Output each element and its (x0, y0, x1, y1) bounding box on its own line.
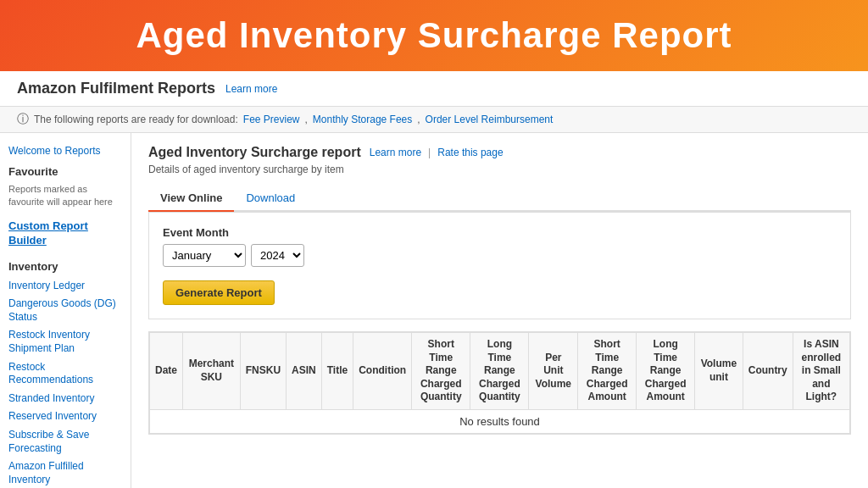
event-month-section: Event Month January February March April… (163, 226, 837, 267)
tabs: View Online Download (148, 186, 851, 212)
event-month-selects: January February March April May June Ju… (163, 244, 837, 267)
order-level-link[interactable]: Order Level Reimbursement (426, 114, 554, 125)
separator: | (428, 147, 431, 158)
main-layout: Welcome to Reports Favourite Reports mar… (0, 133, 868, 488)
sidebar-item-subscribe-save[interactable]: Subscribe & Save Forecasting (8, 429, 122, 455)
report-subtitle: Details of aged inventory surcharge by i… (148, 164, 851, 175)
generate-report-button[interactable]: Generate Report (163, 280, 275, 305)
col-asin-small-light: Is ASIN enrolled in Small and Light? (793, 333, 849, 410)
notification-bar: ⓘ The following reports are ready for do… (0, 107, 868, 133)
sidebar-nav: Inventory Ledger Dangerous Goods (DG) St… (8, 280, 122, 487)
col-volume-unit: Volume unit (695, 333, 743, 410)
sidebar-item-restock-shipment[interactable]: Restock Inventory Shipment Plan (8, 329, 122, 355)
report-title: Aged Inventory Surcharge report (148, 145, 361, 160)
no-results-row: No results found (150, 409, 850, 433)
page-title: Aged Inventory Surcharge Report (17, 15, 851, 56)
sidebar-item-stranded[interactable]: Stranded Inventory (8, 392, 122, 406)
fee-preview-link[interactable]: Fee Preview (243, 114, 300, 125)
col-fnsku: FNSKU (240, 333, 286, 410)
data-table: Date Merchant SKU FNSKU ASIN Title Condi… (149, 332, 850, 434)
sidebar-item-inventory-ledger[interactable]: Inventory Ledger (8, 280, 122, 293)
table-section: Date Merchant SKU FNSKU ASIN Title Condi… (148, 331, 851, 435)
app-title: Amazon Fulfilment Reports (17, 80, 215, 97)
col-merchant-sku: Merchant SKU (183, 333, 241, 410)
col-condition: Condition (353, 333, 412, 410)
month-select[interactable]: January February March April May June Ju… (163, 244, 246, 267)
col-title: Title (321, 333, 353, 410)
sidebar-welcome-link[interactable]: Welcome to Reports (8, 145, 122, 157)
col-short-time-charged-qty: Short Time Range Charged Quantity (412, 333, 470, 410)
monthly-storage-link[interactable]: Monthly Storage Fees (313, 114, 412, 125)
content-area: Aged Inventory Surcharge report Learn mo… (131, 133, 868, 488)
topbar-learn-more-link[interactable]: Learn more (225, 83, 277, 95)
header-banner: Aged Inventory Surcharge Report (0, 0, 868, 71)
sidebar-item-dangerous-goods[interactable]: Dangerous Goods (DG) Status (8, 297, 122, 324)
event-month-label: Event Month (163, 226, 837, 239)
report-header: Aged Inventory Surcharge report Learn mo… (148, 145, 851, 160)
table-header-row: Date Merchant SKU FNSKU ASIN Title Condi… (150, 333, 850, 410)
col-long-time-charged-qty: Long Time Range Charged Quantity (470, 333, 529, 410)
no-results-text: No results found (150, 409, 850, 433)
tab-download[interactable]: Download (234, 186, 307, 210)
info-icon: ⓘ (17, 112, 29, 127)
rate-page-link[interactable]: Rate this page (437, 147, 503, 158)
col-date: Date (150, 333, 183, 410)
top-bar: Amazon Fulfilment Reports Learn more (0, 71, 868, 107)
report-header-links: Learn more | Rate this page (370, 147, 504, 158)
col-long-time-charged-amt: Long Time Range Charged Amount (637, 333, 695, 410)
sidebar-item-reserved[interactable]: Reserved Inventory (8, 410, 122, 424)
report-panel: Event Month January February March April… (148, 212, 851, 319)
col-asin: ASIN (287, 333, 322, 410)
sidebar-custom-report-link[interactable]: Custom Report Builder (8, 219, 122, 248)
sidebar-item-amazon-fulfilled[interactable]: Amazon Fulfilled Inventory (8, 460, 122, 486)
notification-text: The following reports are ready for down… (34, 114, 238, 125)
col-country: Country (743, 333, 793, 410)
col-per-unit-volume: Per Unit Volume (529, 333, 578, 410)
col-short-time-charged-amt: Short Time Range Charged Amount (578, 333, 637, 410)
report-learn-more-link[interactable]: Learn more (370, 147, 421, 158)
tab-view-online[interactable]: View Online (148, 186, 234, 212)
sidebar: Welcome to Reports Favourite Reports mar… (0, 133, 131, 488)
sidebar-favourite-title: Favourite (8, 165, 122, 178)
year-select[interactable]: 2022 2023 2024 2025 (251, 244, 304, 267)
sidebar-favourite-desc: Reports marked as favourite will appear … (8, 183, 122, 209)
sidebar-item-restock-recommendations[interactable]: Restock Recommendations (8, 361, 122, 387)
sidebar-inventory-title: Inventory (8, 260, 122, 273)
